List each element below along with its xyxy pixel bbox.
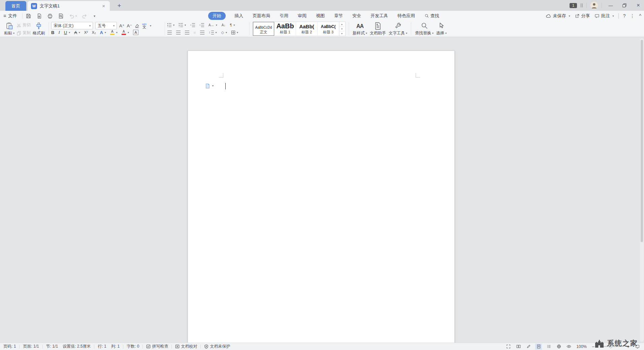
status-word-count[interactable]: 字数: 0 bbox=[127, 344, 139, 349]
save-button[interactable] bbox=[26, 13, 31, 19]
ribbon-tab-insert[interactable]: 插入 bbox=[234, 12, 244, 20]
user-avatar[interactable] bbox=[590, 2, 598, 9]
undo-button[interactable]: ▾ bbox=[69, 13, 77, 19]
style-gallery-more-icon[interactable]: ▾ bbox=[339, 31, 344, 36]
zoom-level[interactable]: 100% bbox=[576, 344, 587, 349]
more-menu-button[interactable]: ⋮ bbox=[630, 13, 635, 19]
strikethrough-button[interactable]: A ▾ bbox=[74, 30, 80, 35]
text-effect-button[interactable]: A ▾ bbox=[100, 30, 106, 35]
new-style-button[interactable]: AA 新样式▾ bbox=[351, 21, 368, 37]
superscript-button[interactable]: X² bbox=[84, 30, 88, 34]
collapse-ribbon-button[interactable]: ^ bbox=[639, 13, 641, 19]
ribbon-tab-references[interactable]: 引用 bbox=[279, 12, 289, 20]
clear-format-button[interactable] bbox=[134, 23, 140, 28]
page-view-button[interactable] bbox=[535, 344, 542, 350]
text-tool-button[interactable]: 文字工具▾ bbox=[387, 21, 409, 37]
two-page-view-button[interactable] bbox=[515, 344, 522, 350]
shading-button[interactable]: ◇ ▾ bbox=[221, 31, 227, 34]
italic-button[interactable]: I bbox=[58, 30, 60, 35]
ribbon-tab-special-features[interactable]: 特色应用 bbox=[397, 12, 416, 20]
align-left-button[interactable] bbox=[167, 31, 172, 34]
find-menu-button[interactable]: 查找 bbox=[424, 12, 440, 20]
underline-button[interactable]: U ▾ bbox=[64, 30, 70, 35]
font-size-select[interactable]: 五号 ▾ bbox=[95, 22, 117, 29]
edit-mode-button[interactable] bbox=[525, 344, 532, 350]
print-button[interactable] bbox=[47, 13, 53, 19]
ribbon-tab-review[interactable]: 审阅 bbox=[297, 12, 307, 20]
redo-button[interactable] bbox=[82, 13, 88, 19]
find-replace-button[interactable]: 查找替换▾ bbox=[414, 21, 435, 37]
borders-button[interactable]: ▾ bbox=[231, 31, 238, 34]
bullet-list-button[interactable]: ▾ bbox=[167, 23, 174, 27]
doc-proofread-button[interactable]: 文档校对 bbox=[175, 344, 197, 349]
document-area[interactable]: ▾ bbox=[0, 37, 644, 343]
font-color-button[interactable]: A ▾ bbox=[122, 30, 129, 35]
distribute-button[interactable] bbox=[200, 31, 204, 34]
help-button[interactable]: ? bbox=[623, 13, 626, 19]
doc-assistant-button[interactable]: 文档助手 bbox=[368, 21, 387, 37]
home-tab[interactable]: 首页 bbox=[5, 1, 26, 11]
highlight-color-swatch bbox=[110, 34, 115, 35]
line-spacing-button[interactable]: ↕ ▾ bbox=[209, 31, 217, 34]
comment-button[interactable]: 批注 ▾ bbox=[594, 13, 614, 19]
eye-protection-button[interactable] bbox=[566, 344, 572, 350]
style-item-heading1[interactable]: AaBb 标题 1 bbox=[275, 22, 296, 36]
character-scale-button[interactable]: A↔ ▾ bbox=[208, 24, 217, 27]
vertical-scrollbar[interactable] bbox=[640, 38, 644, 342]
font-name-select[interactable]: 宋体 (正文) ▾ bbox=[51, 22, 93, 29]
notification-badge[interactable]: 1 bbox=[570, 3, 577, 8]
justify-button[interactable] bbox=[194, 32, 196, 34]
share-button[interactable]: 分享 bbox=[575, 13, 590, 19]
style-item-normal[interactable]: AaBbCcDd 正文 bbox=[253, 22, 275, 36]
restore-button[interactable] bbox=[619, 1, 630, 10]
print-preview-button[interactable] bbox=[58, 13, 64, 19]
show-paragraph-marks-button[interactable]: ¶ ▾ bbox=[230, 24, 235, 27]
sort-button[interactable]: A↓ bbox=[222, 24, 226, 27]
subscript-button[interactable]: X₂ bbox=[92, 30, 96, 34]
outline-view-button[interactable] bbox=[545, 344, 552, 350]
window-stack-icon[interactable] bbox=[581, 3, 583, 7]
style-scroll-down-icon[interactable]: ▾ bbox=[339, 26, 344, 31]
cut-button[interactable]: 剪切 bbox=[17, 22, 31, 28]
minimize-button[interactable]: — bbox=[606, 1, 616, 10]
decrease-font-size-button[interactable]: A⁻ bbox=[127, 23, 132, 28]
fullscreen-view-button[interactable] bbox=[505, 344, 512, 350]
bold-button[interactable]: B bbox=[51, 30, 54, 35]
ribbon-tab-view[interactable]: 视图 bbox=[315, 12, 325, 20]
ribbon-tab-dev-tools[interactable]: 开发工具 bbox=[370, 12, 389, 20]
highlight-color-button[interactable]: A ▾ bbox=[110, 30, 118, 35]
style-item-heading3[interactable]: AaBbC( 标题 3 bbox=[318, 22, 339, 36]
spell-check-button[interactable]: 拼写检查 bbox=[146, 344, 168, 349]
ribbon-tab-home[interactable]: 开始 bbox=[208, 12, 226, 20]
character-border-button[interactable]: A bbox=[133, 30, 138, 35]
ribbon-tab-security[interactable]: 安全 bbox=[352, 12, 362, 20]
align-right-button[interactable] bbox=[185, 31, 189, 34]
close-window-button[interactable]: × bbox=[633, 1, 643, 10]
numbered-list-button[interactable]: ▾ bbox=[179, 23, 186, 27]
page-quick-widget[interactable]: ▾ bbox=[205, 83, 214, 88]
save-status-button[interactable]: 未保存 ▾ bbox=[546, 13, 570, 19]
new-tab-button[interactable]: + bbox=[114, 1, 125, 10]
style-scroll-up-icon[interactable]: ▴ bbox=[339, 22, 344, 26]
document-tab[interactable]: W 文字文稿1 × bbox=[28, 1, 110, 11]
document-page[interactable]: ▾ bbox=[188, 51, 455, 343]
style-item-heading2[interactable]: AaBb( 标题 2 bbox=[296, 22, 318, 36]
ribbon-tab-section[interactable]: 章节 bbox=[333, 12, 344, 20]
ribbon-tab-page-layout[interactable]: 页面布局 bbox=[252, 12, 271, 20]
web-view-button[interactable] bbox=[555, 344, 562, 350]
format-painter-button[interactable]: 格式刷 bbox=[31, 21, 46, 37]
tab-close-icon[interactable]: × bbox=[101, 3, 106, 9]
increase-indent-button[interactable]: › bbox=[199, 23, 204, 27]
scrollbar-thumb[interactable] bbox=[641, 40, 643, 242]
copy-button[interactable]: 复制 bbox=[17, 30, 31, 36]
decrease-indent-button[interactable]: ‹ bbox=[190, 23, 195, 27]
file-menu-button[interactable]: ≡ 文件 bbox=[3, 11, 17, 21]
paste-button[interactable]: 粘贴▾ bbox=[3, 21, 16, 37]
pinyin-guide-button[interactable]: wén 文 bbox=[142, 23, 147, 28]
export-pdf-button[interactable] bbox=[36, 13, 42, 19]
customize-quickbar-button[interactable]: ▾ bbox=[93, 14, 95, 18]
increase-font-size-button[interactable]: A⁺ bbox=[119, 23, 125, 28]
align-center-button[interactable] bbox=[176, 31, 181, 34]
doc-protection-button[interactable]: 文档未保护 bbox=[204, 344, 230, 349]
select-button[interactable]: 选择▾ bbox=[435, 21, 448, 37]
